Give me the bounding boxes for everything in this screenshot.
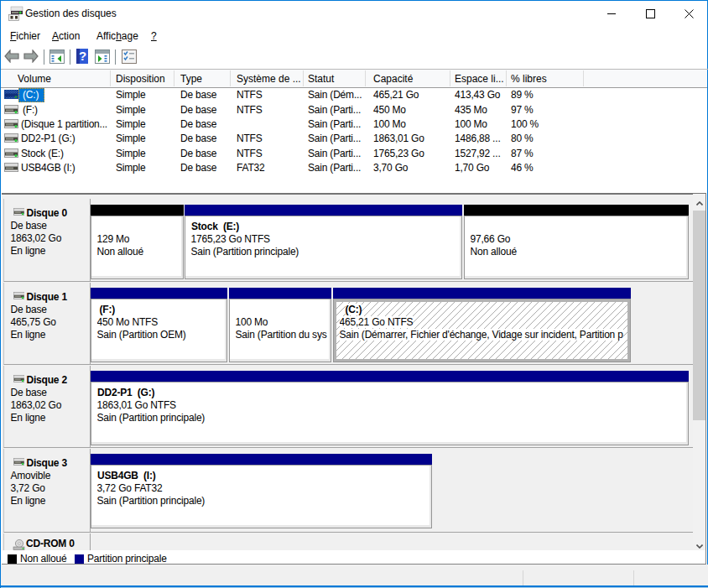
svg-text:?: ? [79,49,86,63]
